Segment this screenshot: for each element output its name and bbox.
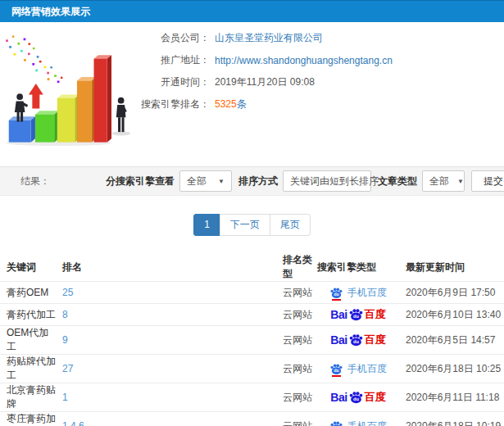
article-type-label: 文章类型 bbox=[378, 174, 417, 188]
baidu-bai: Bai bbox=[330, 391, 347, 404]
table-row: 枣庄膏药加工 1,4,6 云网站 du 手机百度 bbox=[0, 412, 504, 426]
engine-view-select[interactable]: 全部 ▼ bbox=[179, 170, 232, 192]
rank-type-cell: 云网站 bbox=[276, 282, 317, 304]
table-header-row: 关键词 排名 排名类型 搜索引擎类型 最新更新时间 bbox=[0, 253, 504, 282]
updated-cell: 2020年6月11日 11:18 bbox=[399, 383, 504, 412]
baidu-paw-icon: du bbox=[348, 333, 364, 347]
baidu-bai: Bai bbox=[330, 333, 347, 347]
col-updated: 最新更新时间 bbox=[399, 253, 504, 282]
page-title: 网络营销效果展示 bbox=[11, 5, 90, 19]
rank-unit: 条 bbox=[237, 98, 247, 110]
col-rank: 排名 bbox=[56, 253, 276, 282]
info-row-company: 会员公司： 山东皇圣堂药业有限公司 bbox=[139, 27, 504, 49]
pagination: 1 下一页 尾页 bbox=[0, 196, 504, 253]
rank-type-cell: 云网站 bbox=[276, 355, 317, 383]
chevron-down-icon: ▼ bbox=[449, 178, 464, 185]
page-1-button[interactable]: 1 bbox=[193, 214, 220, 236]
baidu-paw-icon: du bbox=[329, 363, 343, 375]
rank-link[interactable]: 1,4,6 bbox=[62, 420, 84, 426]
paw-underline bbox=[332, 375, 341, 377]
rank-type-cell: 云网站 bbox=[276, 412, 317, 426]
mobile-baidu-label: 手机百度 bbox=[347, 419, 387, 426]
engine-rank-label: 搜索引擎排名： bbox=[139, 97, 210, 111]
company-link[interactable]: 山东皇圣堂药业有限公司 bbox=[215, 31, 323, 45]
chevron-down-icon: ▼ bbox=[210, 178, 225, 185]
baidu-du: du bbox=[353, 339, 359, 344]
submit-button[interactable]: 提交 bbox=[471, 170, 504, 192]
sort-select[interactable]: 关键词由短到长排序 ▼ bbox=[283, 170, 371, 192]
baidu-paw-icon: du bbox=[348, 391, 364, 404]
mobile-baidu-badge: du 手机百度 bbox=[329, 286, 387, 300]
sort-label: 排序方式 bbox=[238, 174, 278, 188]
rank-type-cell: 云网站 bbox=[276, 326, 317, 355]
baidu-cn: 百度 bbox=[365, 390, 386, 405]
svg-text:du: du bbox=[334, 369, 338, 373]
company-info: 会员公司： 山东皇圣堂药业有限公司 推广地址： http://www.shand… bbox=[139, 22, 504, 161]
table-row: 药贴牌代加工 27 云网站 du 手机百度 bbox=[0, 355, 504, 383]
rank-count: 5325 bbox=[215, 98, 237, 110]
engine-type-cell: du 手机百度 Bai du bbox=[317, 355, 399, 383]
filter-bar: 结果： 分搜索引擎查看 全部 ▼ 排序方式 关键词由短到长排序 ▼ 文章类型 全… bbox=[0, 166, 504, 196]
last-page-button[interactable]: 尾页 bbox=[270, 214, 311, 236]
open-time-label: 开通时间： bbox=[139, 75, 210, 89]
result-label: 结果： bbox=[20, 174, 50, 188]
company-label: 会员公司： bbox=[139, 31, 210, 45]
table-row: 北京膏药贴牌 1 云网站 du 手机百度 B bbox=[0, 383, 504, 412]
table-row: 膏药代加工 8 云网站 du 手机百度 Ba bbox=[0, 304, 504, 326]
engine-type-cell: du 手机百度 Bai du bbox=[317, 326, 399, 355]
rank-link[interactable]: 27 bbox=[62, 363, 73, 374]
keyword-cell: 枣庄膏药加工 bbox=[0, 412, 56, 426]
keyword-cell: 膏药代加工 bbox=[0, 304, 56, 326]
baidu-paw-icon: du bbox=[329, 287, 343, 299]
keyword-cell: 北京膏药贴牌 bbox=[0, 383, 56, 412]
engine-rank-value: 5325条 bbox=[215, 97, 247, 111]
col-rank-type: 排名类型 bbox=[276, 253, 317, 282]
svg-text:du: du bbox=[334, 292, 338, 297]
mobile-baidu-badge: du 手机百度 bbox=[329, 362, 387, 376]
info-row-url: 推广地址： http://www.shandonghuangshengtang.… bbox=[139, 49, 504, 71]
next-page-button[interactable]: 下一页 bbox=[220, 214, 270, 236]
keyword-cell: 膏药OEM bbox=[0, 282, 56, 304]
updated-cell: 2020年6月10日 13:40 bbox=[399, 304, 504, 326]
mobile-baidu-label: 手机百度 bbox=[347, 362, 387, 376]
table-row: OEM代加工 9 云网站 du 手机百度 B bbox=[0, 326, 504, 355]
baidu-cn: 百度 bbox=[365, 333, 386, 347]
baidu-paw-icon: du bbox=[329, 420, 343, 426]
rank-type-cell: 云网站 bbox=[276, 304, 317, 326]
baidu-logo: Bai du 百度 bbox=[330, 390, 385, 405]
baidu-du: du bbox=[353, 397, 359, 401]
engine-type-cell: du 手机百度 Bai du bbox=[317, 282, 399, 304]
mobile-baidu-label: 手机百度 bbox=[347, 286, 387, 300]
rank-link[interactable]: 1 bbox=[62, 392, 68, 403]
article-type-select[interactable]: 全部 ▼ bbox=[422, 170, 465, 192]
info-section: 会员公司： 山东皇圣堂药业有限公司 推广地址： http://www.shand… bbox=[0, 22, 504, 161]
engine-type-cell: du 手机百度 Bai du bbox=[317, 304, 399, 326]
rank-type-cell: 云网站 bbox=[276, 383, 317, 412]
filter-controls: 分搜索引擎查看 全部 ▼ 排序方式 关键词由短到长排序 ▼ 文章类型 全部 ▼ … bbox=[99, 170, 504, 192]
col-keyword: 关键词 bbox=[0, 253, 56, 282]
promo-url-link[interactable]: http://www.shandonghuangshengtang.cn bbox=[215, 55, 393, 66]
rank-link[interactable]: 25 bbox=[62, 287, 73, 298]
baidu-bai: Bai bbox=[330, 308, 347, 321]
results-table-body: 膏药OEM 25 云网站 du 手机百度 B bbox=[0, 282, 504, 426]
updated-cell: 2020年6月5日 14:57 bbox=[399, 326, 504, 355]
updated-cell: 2020年6月9日 17:50 bbox=[399, 282, 504, 304]
rank-link[interactable]: 9 bbox=[62, 334, 68, 346]
results-table: 关键词 排名 排名类型 搜索引擎类型 最新更新时间 膏药OEM 25 云网站 d… bbox=[0, 253, 504, 426]
baidu-cn: 百度 bbox=[365, 307, 386, 322]
engine-type-cell: du 手机百度 Bai du bbox=[317, 383, 399, 412]
info-row-engine-rank: 搜索引擎排名： 5325条 bbox=[139, 93, 504, 116]
engine-view-label: 分搜索引擎查看 bbox=[106, 174, 175, 188]
page-header: 网络营销效果展示 bbox=[0, 0, 504, 22]
promo-url-label: 推广地址： bbox=[139, 53, 210, 67]
updated-cell: 2020年6月18日 10:25 bbox=[399, 355, 504, 383]
baidu-du: du bbox=[353, 314, 359, 319]
paw-underline bbox=[332, 299, 341, 301]
keyword-cell: OEM代加工 bbox=[0, 326, 56, 355]
baidu-paw-icon: du bbox=[348, 308, 364, 321]
rank-link[interactable]: 8 bbox=[62, 309, 68, 320]
open-time-value: 2019年11月20日 09:08 bbox=[215, 75, 315, 89]
table-row: 膏药OEM 25 云网站 du 手机百度 B bbox=[0, 282, 504, 304]
keyword-cell: 药贴牌代加工 bbox=[0, 355, 56, 383]
info-row-open-time: 开通时间： 2019年11月20日 09:08 bbox=[139, 71, 504, 93]
